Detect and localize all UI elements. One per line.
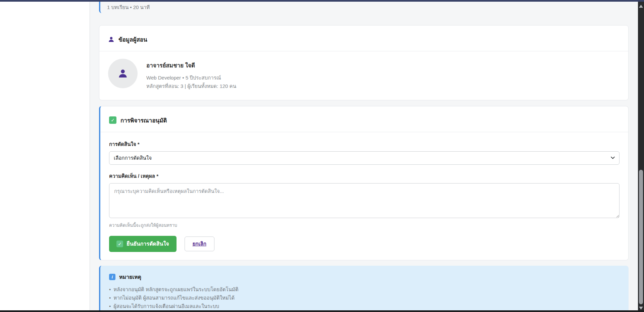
note-item-text: หลังจากอนุมัติ หลักสูตรจะถูกเผยแพร่ในระบ… — [113, 285, 238, 294]
browser-window-top-edge — [0, 0, 644, 2]
instructor-info: อาจารย์สมชาย ใจดี Web Developer • 5 ปีปร… — [146, 59, 236, 91]
vertical-scrollbar[interactable] — [638, 2, 644, 312]
lesson-meta-text: 1 บทเรียน • 20 นาที — [107, 3, 622, 11]
note-item: • ผู้สอนจะได้รับการแจ้งเตือนผ่านอีเมลและ… — [109, 302, 620, 310]
lesson-summary-card: 1 บทเรียน • 20 นาที — [99, 2, 629, 13]
approval-card-title: การพิจารณาอนุมัติ — [120, 116, 167, 125]
check-icon: ✓ — [109, 116, 116, 124]
comment-label: ความคิดเห็น / เหตุผล * — [109, 172, 620, 180]
info-icon: i — [109, 274, 115, 280]
note-item-text: ผู้สอนจะได้รับการแจ้งเตือนผ่านอีเมลและใน… — [113, 302, 219, 310]
note-item: • หากไม่อนุมัติ ผู้สอนสามารถแก้ไขและส่งข… — [109, 294, 620, 302]
browser-window-bottom-edge — [0, 310, 644, 312]
approval-card: ✓ การพิจารณาอนุมัติ การตัดสินใจ * เลือกก… — [99, 106, 629, 260]
action-buttons-row: ✓ ยืนยันการตัดสินใจ ยกเลิก — [109, 236, 620, 252]
instructor-card: ข้อมูลผู้สอน อาจารย์สมชาย ใจดี Web Devel… — [99, 25, 629, 100]
bullet-icon: • — [109, 302, 111, 310]
main-content: 1 บทเรียน • 20 นาที ข้อมูลผู้สอน อาจารย์… — [90, 2, 638, 310]
check-icon: ✓ — [116, 241, 123, 247]
decision-select[interactable]: เลือกการตัดสินใจ — [109, 151, 620, 165]
decision-label: การตัดสินใจ * — [109, 140, 620, 148]
avatar — [108, 59, 138, 88]
instructor-card-title: ข้อมูลผู้สอน — [118, 35, 147, 44]
instructor-body: อาจารย์สมชาย ใจดี Web Developer • 5 ปีปร… — [99, 51, 628, 100]
comment-textarea[interactable] — [109, 183, 620, 218]
scroll-down-arrow-icon[interactable] — [639, 307, 643, 310]
confirm-decision-button[interactable]: ✓ ยืนยันการตัดสินใจ — [109, 236, 177, 252]
note-card: i หมายเหตุ • หลังจากอนุมัติ หลักสูตรจะถู… — [99, 266, 629, 311]
note-item: • หลังจากอนุมัติ หลักสูตรจะถูกเผยแพร่ในร… — [109, 285, 620, 294]
decision-select-wrap: เลือกการตัดสินใจ — [109, 151, 620, 165]
sidebar — [0, 2, 90, 310]
confirm-button-label: ยืนยันการตัดสินใจ — [127, 240, 169, 248]
person-icon — [108, 36, 114, 43]
comment-helper-text: ความคิดเห็นนี้จะถูกส่งให้ผู้สอนทราบ — [109, 222, 620, 229]
scroll-up-arrow-icon[interactable] — [639, 5, 643, 8]
approval-card-header: ✓ การพิจารณาอนุมัติ — [100, 106, 628, 132]
note-title: หมายเหตุ — [119, 273, 141, 281]
approval-form: การตัดสินใจ * เลือกการตัดสินใจ ความคิดเห… — [100, 132, 628, 260]
note-header: i หมายเหตุ — [109, 273, 620, 281]
bullet-icon: • — [109, 294, 111, 302]
instructor-role: Web Developer • 5 ปีประสบการณ์ — [146, 74, 236, 82]
bullet-icon: • — [109, 285, 111, 294]
cancel-button[interactable]: ยกเลิก — [185, 237, 214, 251]
note-list: • หลังจากอนุมัติ หลักสูตรจะถูกเผยแพร่ในร… — [109, 285, 620, 311]
instructor-card-header: ข้อมูลผู้สอน — [99, 25, 628, 51]
instructor-stats: หลักสูตรที่สอน: 3 | ผู้เรียนทั้งหมด: 120… — [146, 82, 236, 91]
instructor-name: อาจารย์สมชาย ใจดี — [146, 61, 236, 70]
note-item-text: หากไม่อนุมัติ ผู้สอนสามารถแก้ไขและส่งขออ… — [113, 294, 235, 302]
scrollbar-thumb[interactable] — [639, 170, 643, 304]
